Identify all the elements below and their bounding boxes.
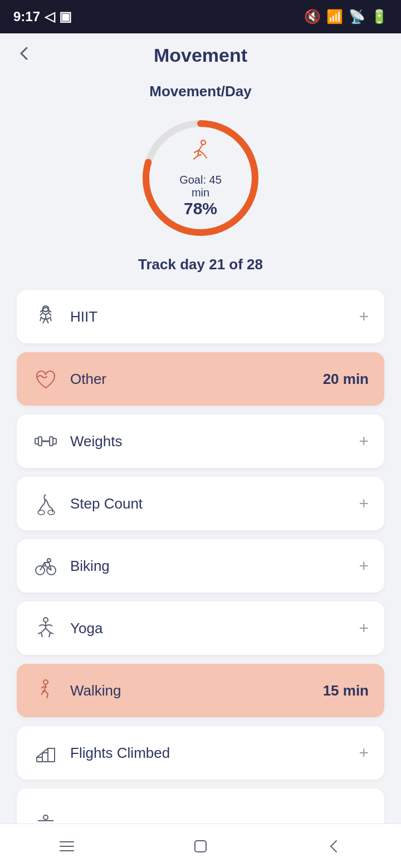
progress-circle-container: Goal: 45 min 78% [17,117,384,239]
activity-biking-left: Biking [32,553,110,579]
track-day-label: Track day 21 of 28 [17,256,384,273]
biking-plus-icon: + [359,558,369,574]
yoga-label: Yoga [70,620,102,637]
yoga-icon [32,615,59,642]
hiit-label: HIIT [70,308,97,326]
weights-label: Weights [70,433,122,450]
circle-inner: Goal: 45 min 78% [170,138,231,218]
back-button[interactable] [17,45,32,66]
page-title: Movement [154,45,247,66]
svg-point-16 [43,680,48,684]
yoga-plus-icon: + [359,620,369,637]
activity-weights-left: Weights [32,428,122,455]
flights-climbed-icon [32,739,59,766]
walking-icon [32,677,59,704]
svg-rect-18 [42,753,48,762]
activity-other-left: Other [32,366,106,392]
biking-icon [32,553,59,579]
activity-biking[interactable]: Biking + [17,539,384,593]
hiit-plus-icon: + [359,308,369,325]
biking-label: Biking [70,558,110,575]
section-title: Movement/Day [17,83,384,100]
weights-add[interactable]: + [359,433,369,450]
weights-icon [32,428,59,455]
activity-flights-climbed[interactable]: Flights Climbed + [17,726,384,780]
walking-duration: 15 min [323,682,369,699]
mute-icon: 🔇 [304,9,321,24]
page-header: Movement [0,33,401,72]
yoga-add[interactable]: + [359,620,369,637]
svg-point-10 [38,510,45,515]
running-icon [170,138,231,171]
svg-point-21 [43,815,48,820]
battery-icon: 🔋 [371,9,388,24]
nav-menu-button[interactable] [45,830,89,863]
flights-plus-icon: + [359,744,369,761]
walking-label: Walking [70,682,121,699]
progress-circle: Goal: 45 min 78% [139,117,262,239]
circle-goal-label: Goal: 45 min [179,174,222,199]
activity-step-count[interactable]: Step Count + [17,477,384,530]
circle-percent: 78% [170,199,231,218]
activity-yoga-left: Yoga [32,615,102,642]
step-count-plus-icon: + [359,495,369,512]
weights-plus-icon: + [359,433,369,450]
status-bar: 9:17 ◁ ▣ 🔇 📶 📡 🔋 [0,0,401,33]
flights-add[interactable]: + [359,744,369,761]
walking-value: 15 min [323,682,369,699]
svg-rect-17 [37,757,42,762]
signal-icon: 📡 [349,9,365,24]
photo-icon: ▣ [59,9,72,24]
svg-point-0 [201,140,206,145]
hiit-icon [32,303,59,330]
other-value: 20 min [323,371,369,388]
other-label: Other [70,371,106,388]
nav-icon: ◁ [45,9,55,24]
svg-point-11 [48,510,55,515]
step-count-label: Step Count [70,495,143,512]
step-count-add[interactable]: + [359,495,369,512]
nav-home-button[interactable] [178,830,223,863]
hiit-add[interactable]: + [359,308,369,325]
status-left: 9:17 ◁ ▣ [13,9,72,24]
svg-rect-19 [48,748,55,762]
step-count-icon [32,490,59,517]
svg-rect-8 [50,437,53,446]
other-duration: 20 min [323,371,369,388]
main-content: Movement/Day Goal: 45 m [0,72,401,868]
flights-climbed-label: Flights Climbed [70,744,170,762]
activity-walking[interactable]: Walking 15 min [17,664,384,717]
activity-flights-left: Flights Climbed [32,739,170,766]
svg-rect-25 [195,841,206,852]
activity-walking-left: Walking [32,677,121,704]
svg-point-15 [43,618,48,622]
bottom-navigation [0,823,401,868]
svg-point-14 [47,559,51,562]
activity-hiit[interactable]: HIIT + [17,290,384,343]
nav-back-button[interactable] [312,830,356,863]
biking-add[interactable]: + [359,558,369,574]
wifi-icon: 📶 [326,9,343,24]
activity-step-left: Step Count [32,490,143,517]
activity-other[interactable]: Other 20 min [17,352,384,406]
svg-rect-7 [38,437,42,446]
activity-yoga[interactable]: Yoga + [17,601,384,655]
activity-list: HIIT + Other 20 min We [17,290,384,868]
activity-hiit-left: HIIT [32,303,97,330]
activity-weights[interactable]: Weights + [17,415,384,468]
status-right: 🔇 📶 📡 🔋 [304,9,388,24]
other-icon [32,366,59,392]
status-time: 9:17 [13,9,40,24]
